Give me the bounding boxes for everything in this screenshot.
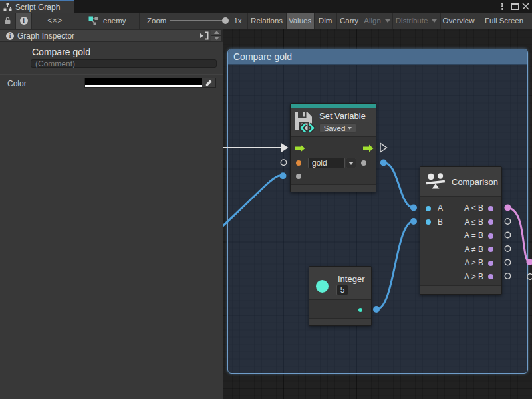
dropdown-caret-icon [385, 19, 390, 23]
kebab-menu-icon[interactable] [501, 3, 503, 11]
port-a-less-b-output[interactable] [488, 206, 493, 211]
comment-placeholder: (Comment) [35, 59, 75, 68]
info-icon: i [6, 32, 14, 40]
dropdown-caret-icon [432, 19, 437, 23]
info-icon: i [20, 17, 28, 25]
inspector-spinner [211, 29, 222, 42]
port-a-greater-b-label: A > B [464, 272, 483, 281]
code-view-button[interactable]: <×> [32, 13, 78, 29]
toolbar-button-overview[interactable]: Overview [441, 13, 477, 29]
node-footer [291, 184, 376, 192]
port-a-greaterequal-b-label: A ≥ B [464, 258, 483, 267]
comparison-port-rows: A A < B B A ≤ B A = B A ≠ B A ≥ B [420, 198, 501, 283]
integer-value: 5 [340, 285, 345, 295]
port-a-greater-b-output[interactable] [488, 274, 493, 279]
zoom-value: 1x [233, 17, 241, 25]
color-swatch[interactable] [85, 78, 202, 87]
eyedropper-icon [205, 79, 213, 87]
toolbar-button-label: Align [364, 17, 381, 25]
lock-button[interactable] [0, 13, 16, 29]
port-variable-name-input[interactable] [296, 160, 301, 166]
port-value-output[interactable] [361, 160, 366, 166]
integer-title: Integer [338, 274, 364, 284]
color-label: Color [7, 79, 27, 88]
integer-value-field[interactable]: 5 [336, 285, 348, 295]
toolbar-button-dim[interactable]: Dim [315, 13, 337, 29]
comment-input[interactable]: (Comment) [31, 59, 217, 68]
comparison-icon [425, 172, 446, 192]
node-integer[interactable]: Integer 5 [309, 266, 372, 326]
eyedropper-button[interactable] [202, 78, 215, 87]
spinner-down-icon [214, 37, 219, 40]
graph-name-label: enemy [103, 17, 126, 25]
lock-icon [4, 17, 11, 25]
flow-output-arrow-icon[interactable] [363, 145, 374, 152]
spinner-up-button[interactable] [211, 29, 222, 35]
flow-row-icons [291, 141, 377, 156]
graph-node-icon [88, 16, 98, 25]
variable-name-dropdown-button[interactable] [346, 158, 356, 168]
comparison-row: A = B [420, 229, 501, 243]
inspect-toggle-button[interactable]: i [16, 13, 32, 29]
toolbar-button-label: Distribute [396, 17, 428, 25]
group-header[interactable]: Compare gold [228, 49, 527, 65]
toolbar-button-relations[interactable]: Relations [248, 13, 287, 29]
port-a-lessequal-b-label: A ≤ B [464, 217, 483, 227]
graph-canvas[interactable]: Compare gold Set Variable [223, 29, 532, 399]
toolbar-button-label: Overview [443, 17, 475, 25]
group-title: Compare gold [233, 51, 292, 62]
toolbar-button-align[interactable]: Align [362, 13, 393, 29]
color-field[interactable] [84, 78, 216, 88]
graph-breadcrumb-button[interactable]: enemy [78, 13, 140, 29]
port-new-value-input[interactable] [296, 174, 301, 179]
toolbar-button-carry[interactable]: Carry [337, 13, 362, 29]
flow-input-arrow-icon[interactable] [295, 145, 305, 152]
node-set-variable[interactable]: Set Variable Saved gold [290, 103, 376, 192]
port-a-notequal-b-output[interactable] [488, 247, 493, 252]
comparison-row: A ≠ B [420, 243, 501, 257]
toolbar-button-distribute[interactable]: Distribute [393, 13, 441, 29]
spinner-down-button[interactable] [211, 35, 222, 41]
dropdown-caret-icon [348, 162, 354, 165]
variable-name-field[interactable]: gold [308, 158, 345, 168]
graph-inspector-header[interactable]: i Graph Inspector [0, 29, 223, 42]
toolbar-button-label: Dim [319, 17, 332, 25]
comparison-row: A > B [420, 270, 501, 284]
node-comparison[interactable]: Comparison A A < B B A ≤ B A = B A ≠ B [420, 166, 502, 295]
variable-name-value: gold [312, 158, 327, 168]
zoom-slider[interactable] [170, 20, 229, 21]
toolbar-button-label: Relations [251, 17, 283, 25]
port-b-input[interactable] [426, 219, 431, 225]
port-a-equal-b-output[interactable] [488, 233, 493, 239]
close-icon[interactable] [522, 3, 529, 10]
comparison-header[interactable]: Comparison [420, 167, 501, 197]
port-b-label: B [438, 217, 443, 227]
variable-kind-dropdown[interactable]: Saved [319, 123, 356, 133]
toolbar-button-fullscreen[interactable]: Full Screen [477, 13, 531, 29]
set-variable-name-row: gold [291, 156, 376, 170]
panel-divider [0, 74, 223, 75]
port-a-label: A [438, 203, 443, 213]
set-variable-flow-row [291, 141, 376, 156]
integer-header[interactable]: Integer 5 [309, 267, 371, 300]
tab-label: Script Graph [15, 3, 60, 12]
node-footer [309, 318, 371, 325]
port-integer-output[interactable] [358, 308, 362, 312]
set-variable-header[interactable]: Set Variable Saved [291, 108, 376, 137]
port-a-input[interactable] [426, 206, 431, 211]
tab-script-graph[interactable]: Script Graph [0, 0, 74, 13]
toolbar-button-label: Values [289, 17, 311, 25]
comparison-row: A ≥ B [420, 256, 501, 270]
port-a-greaterequal-b-output[interactable] [488, 261, 493, 266]
set-variable-value-row [291, 169, 376, 184]
zoom-slider-knob[interactable] [222, 17, 229, 24]
port-a-lessequal-b-output[interactable] [488, 219, 493, 225]
port-a-less-b-label: A < B [464, 203, 483, 213]
dock-icon[interactable] [200, 31, 209, 40]
toolbar-button-values[interactable]: Values [287, 13, 315, 29]
graph-toolbar: i <×> enemy Zoom 1x Relations Values Dim… [0, 13, 532, 29]
toolbar-button-label: Carry [340, 17, 358, 25]
maximize-icon[interactable] [511, 3, 519, 10]
comparison-row: A A < B [420, 201, 501, 215]
variable-kind-label: Saved [324, 124, 346, 132]
